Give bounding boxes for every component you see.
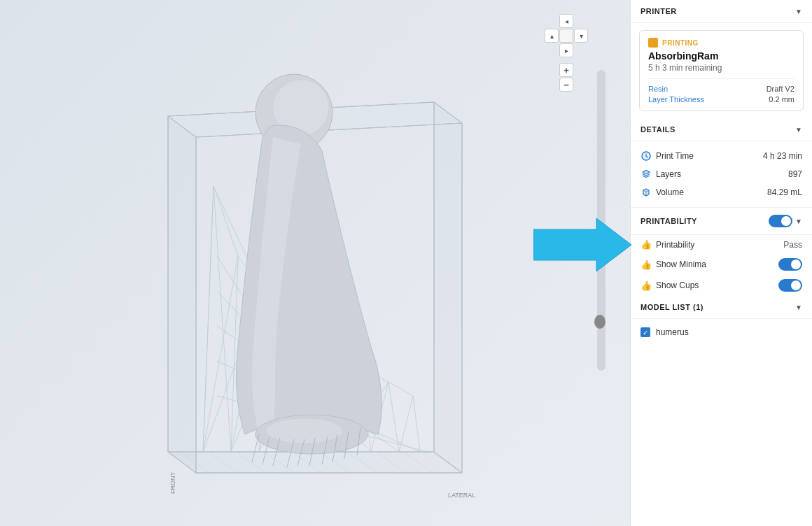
volume-label: Volume	[656, 187, 684, 197]
printer-status-dot	[648, 38, 658, 48]
svg-line-35	[388, 382, 399, 452]
model-list-body: ✓ humerus	[631, 319, 812, 346]
clock-icon	[640, 150, 652, 162]
printability-pass-row: 👍 Printability Pass	[631, 235, 812, 254]
printer-detail-keys: Resin Layer Thickness	[648, 85, 704, 104]
print-time-left: Print Time	[640, 150, 694, 162]
show-minima-left: 👍 Show Minima	[640, 260, 706, 270]
printer-status: PRINTING	[648, 38, 794, 48]
svg-line-61	[214, 186, 231, 452]
printability-rows: 👍 Printability Pass 👍 Show Minima 👍 Show…	[631, 235, 812, 296]
model-name-humerus: humerus	[656, 327, 689, 337]
layers-label: Layers	[656, 169, 681, 179]
arrow-annotation	[533, 217, 631, 276]
nav-left-button[interactable]: ▴	[545, 29, 559, 43]
svg-line-36	[413, 396, 420, 452]
show-cups-row: 👍 Show Cups	[631, 275, 812, 296]
printability-row-left: 👍 Printability	[640, 239, 694, 250]
nav-cross[interactable]: ◂ ▴ ▾ ▸	[545, 14, 588, 57]
model-list-section-header[interactable]: MODEL LIST (1) ▼	[631, 296, 812, 319]
svg-text:FRONT: FRONT	[169, 472, 176, 494]
printer-details: Resin Layer Thickness Draft V2 0.2 mm	[648, 78, 794, 104]
model-list-chevron-icon: ▼	[795, 304, 802, 311]
printer-chevron-icon: ▼	[795, 8, 802, 15]
svg-marker-2	[434, 102, 462, 473]
svg-line-52	[388, 382, 413, 396]
resin-value: Draft V2	[766, 85, 794, 93]
show-minima-toggle[interactable]	[778, 258, 802, 271]
printability-chevron-icon: ▼	[795, 218, 802, 225]
thumbs-up-icon-cups: 👍	[640, 280, 652, 291]
nav-up-button[interactable]: ◂	[559, 14, 573, 28]
layers-value: 897	[788, 169, 802, 179]
layers-row: Layers 897	[631, 165, 812, 183]
printer-section-label: PRINTER	[640, 7, 677, 15]
printability-row-label: Printability	[656, 240, 694, 250]
model-item-humerus[interactable]: ✓ humerus	[640, 325, 802, 340]
printability-master-toggle[interactable]	[769, 215, 792, 227]
layers-left: Layers	[640, 169, 681, 180]
printer-time-remaining: 5 h 3 min remaining	[648, 63, 794, 73]
print-time-label: Print Time	[656, 151, 694, 161]
slider-thumb[interactable]	[594, 315, 606, 329]
volume-value: 84.29 mL	[767, 187, 802, 197]
printability-header-controls[interactable]: ▼	[769, 215, 802, 227]
printability-section-header[interactable]: PRINTABILITY ▼	[631, 208, 812, 235]
zoom-controls[interactable]: + −	[559, 63, 573, 92]
volume-row: Volume 84.29 mL	[631, 183, 812, 201]
printability-section-label: PRINTABILITY	[640, 217, 697, 225]
printability-pass-badge: Pass	[783, 240, 802, 250]
layer-key: Layer Thickness	[648, 95, 704, 104]
printer-name: AbsorbingRam	[648, 50, 794, 62]
layer-value: 0.2 mm	[766, 95, 794, 104]
model-container: FRONT LATERAL	[133, 25, 497, 501]
svg-marker-0	[168, 452, 462, 473]
show-minima-row: 👍 Show Minima	[631, 254, 812, 275]
printer-card: PRINTING AbsorbingRam 5 h 3 min remainin…	[639, 30, 804, 111]
show-minima-label: Show Minima	[656, 260, 706, 269]
printer-status-label: PRINTING	[662, 39, 699, 47]
svg-text:LATERAL: LATERAL	[448, 492, 475, 499]
volume-icon	[640, 187, 652, 198]
printer-section-header[interactable]: PRINTER ▼	[631, 0, 812, 23]
layers-icon	[640, 169, 652, 180]
nav-down-button[interactable]: ▸	[559, 43, 573, 57]
zoom-out-button[interactable]: −	[559, 78, 573, 92]
print-time-value: 4 h 23 min	[763, 151, 802, 161]
nav-right-button[interactable]: ▾	[574, 29, 588, 43]
svg-line-59	[203, 186, 214, 452]
show-cups-toggle[interactable]	[778, 279, 802, 292]
details-chevron-icon: ▼	[795, 126, 802, 134]
details-section-label: DETAILS	[640, 125, 676, 134]
bone-model-svg: FRONT LATERAL	[154, 46, 476, 501]
svg-marker-1	[168, 116, 196, 473]
show-cups-label: Show Cups	[656, 280, 699, 290]
checkmark-icon: ✓	[643, 329, 648, 336]
show-cups-left: 👍 Show Cups	[640, 280, 699, 291]
thumbs-up-icon-printability: 👍	[640, 239, 652, 250]
arrow-svg	[533, 217, 631, 273]
thumbs-up-icon-minima: 👍	[640, 260, 652, 270]
svg-marker-87	[533, 218, 631, 271]
printer-detail-values: Draft V2 0.2 mm	[766, 85, 794, 104]
model-list-section-label: MODEL LIST (1)	[640, 303, 704, 311]
details-section-header[interactable]: DETAILS ▼	[631, 118, 812, 141]
right-panel: PRINTER ▼ PRINTING AbsorbingRam 5 h 3 mi…	[630, 0, 812, 526]
zoom-in-button[interactable]: +	[559, 63, 573, 77]
navigation-controls[interactable]: ◂ ▴ ▾ ▸ + −	[545, 14, 588, 92]
details-rows: Print Time 4 h 23 min Layers 897	[631, 141, 812, 208]
resin-key: Resin	[648, 85, 704, 93]
volume-left: Volume	[640, 187, 684, 198]
print-time-row: Print Time 4 h 23 min	[631, 147, 812, 165]
model-checkbox-humerus[interactable]: ✓	[640, 327, 650, 337]
nav-center-button[interactable]	[559, 29, 573, 43]
svg-line-37	[203, 256, 238, 452]
